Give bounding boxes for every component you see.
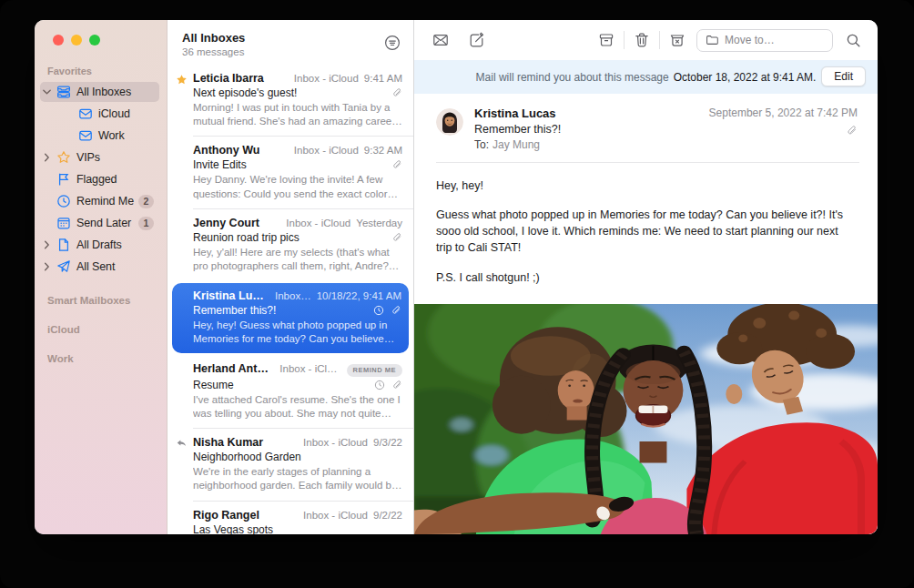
message-count: 36 messages [182, 46, 245, 57]
sidebar-item-label: VIPs [76, 151, 100, 164]
body-paragraph: Hey, hey! [436, 177, 856, 194]
paperclip-icon [391, 380, 402, 390]
message-row[interactable]: Rigo Rangel Inbox - iCloud 9/2/22 Las Ve… [168, 502, 413, 534]
chevron-right-icon[interactable] [44, 240, 55, 249]
sidebar-item-label: All Drafts [76, 238, 122, 251]
message-row[interactable]: Leticia Ibarra Inbox - iCloud 9:41 AM Ne… [168, 65, 413, 137]
trash-icon[interactable] [634, 32, 650, 48]
filter-icon[interactable] [384, 35, 401, 51]
paperclip-icon [391, 159, 402, 170]
paperclip-icon [391, 305, 401, 316]
message-date: September 5, 2022 at 7:42 PM [709, 106, 858, 119]
zoom-button[interactable] [89, 35, 100, 46]
sidebar-section-icloud[interactable]: iCloud [47, 324, 167, 335]
clock-icon [374, 380, 385, 390]
sidebar-item-remind-me[interactable]: Remind Me2 [40, 191, 159, 211]
reply-icon [176, 438, 188, 450]
toolbar-divider [659, 31, 660, 49]
get-mail-icon[interactable] [432, 32, 449, 48]
mailbox-icon [78, 128, 93, 143]
unread-badge: 1 [138, 217, 154, 230]
message-body: Hey, hey!Guess what photo popped up in M… [414, 163, 878, 304]
move-to-field[interactable]: Move to… [696, 29, 833, 52]
desktop-background: Favorites All InboxesiCloudWorkVIPsFlagg… [0, 0, 914, 588]
body-paragraph: Guess what photo popped up in Memories f… [436, 207, 856, 256]
sidebar-section-work[interactable]: Work [47, 353, 167, 364]
mailbox-icon [78, 106, 93, 121]
mailbox-title: All Inboxes [182, 31, 245, 45]
message-row[interactable]: Nisha Kumar Inbox - iCloud 9/3/22 Neighb… [168, 429, 413, 501]
sidebar-item-work[interactable]: Work [62, 126, 159, 146]
sidebar-item-all-drafts[interactable]: All Drafts [40, 235, 159, 255]
junk-icon[interactable] [669, 32, 686, 48]
sidebar-item-flagged[interactable]: Flagged [40, 169, 159, 189]
calendar-icon [56, 216, 71, 230]
chevron-down-icon[interactable] [44, 87, 55, 96]
document-icon [56, 238, 71, 252]
minimize-button[interactable] [71, 35, 82, 46]
sidebar-item-send-later[interactable]: Send Later1 [40, 213, 159, 233]
reminder-banner: Mail will remind you about this message … [414, 60, 878, 94]
move-to-label: Move to… [725, 34, 775, 46]
sidebar-item-all-sent[interactable]: All Sent [40, 257, 159, 277]
sidebar-item-label: Work [98, 129, 125, 142]
reminder-date: October 18, 2022 at 9:41 AM. [674, 71, 817, 84]
reminder-text: Mail will remind you about this message [476, 71, 669, 84]
star-icon [176, 74, 188, 86]
to-label: To: [474, 138, 489, 151]
body-paragraph: P.S. I call shotgun! ;) [436, 269, 856, 286]
tray-icon [56, 85, 71, 99]
sidebar-item-label: Flagged [76, 173, 117, 186]
sidebar-item-label: iCloud [98, 107, 130, 120]
close-button[interactable] [53, 35, 64, 46]
star-icon [56, 150, 71, 165]
unread-badge: 2 [138, 195, 154, 208]
window-controls [35, 33, 167, 46]
message-subject: Remember this?! [474, 123, 709, 136]
message-row[interactable]: Jenny Court Inbox - iCloud Yesterday Reu… [168, 209, 413, 281]
message-header: Kristina Lucas Remember this?! To:Jay Mu… [414, 94, 878, 158]
sidebar-item-all-inboxes[interactable]: All Inboxes [40, 82, 159, 102]
chevron-right-icon[interactable] [44, 262, 55, 271]
recipient-name[interactable]: Jay Mung [493, 138, 540, 151]
photo-three-friends [414, 304, 878, 534]
sidebar-item-label: All Inboxes [76, 86, 131, 98]
attachment-paperclip-icon[interactable] [709, 125, 858, 137]
message-list-header: All Inboxes 36 messages [168, 20, 413, 65]
edit-reminder-button[interactable]: Edit [821, 66, 866, 86]
message-sender[interactable]: Kristina Lucas [474, 106, 709, 120]
remind-me-badge: REMIND ME [347, 364, 402, 377]
paperclip-icon [391, 232, 402, 243]
message-row[interactable]: Herland Antezana Inbox - iCl… REMIND ME … [168, 355, 413, 429]
avatar[interactable] [436, 108, 463, 136]
sidebar-item-vips[interactable]: VIPs [40, 147, 159, 167]
sidebar-item-label: Send Later [76, 217, 131, 229]
paperplane-icon [56, 259, 71, 274]
sidebar-item-icloud[interactable]: iCloud [62, 104, 159, 124]
toolbar: Move to… [414, 20, 878, 60]
photo-attachment[interactable] [414, 304, 878, 534]
sidebar-item-label: All Sent [76, 260, 115, 273]
sidebar-section-smart-mailboxes[interactable]: Smart Mailboxes [47, 295, 167, 306]
sidebar-item-label: Remind Me [76, 195, 134, 208]
sidebar: Favorites All InboxesiCloudWorkVIPsFlagg… [35, 20, 168, 534]
message-row[interactable]: Anthony Wu Inbox - iCloud 9:32 AM Invite… [168, 137, 413, 208]
paperclip-icon [391, 87, 402, 98]
chevron-right-icon[interactable] [44, 153, 55, 162]
archive-icon[interactable] [598, 32, 614, 48]
mailbox-list: All InboxesiCloudWorkVIPsFlaggedRemind M… [35, 82, 167, 277]
message-recipients: To:Jay Mung [474, 138, 709, 151]
toolbar-divider [624, 31, 625, 49]
message-list-pane: All Inboxes 36 messages Leticia Ibarra I… [168, 20, 414, 534]
favorites-section-label: Favorites [47, 66, 167, 76]
mail-window: Favorites All InboxesiCloudWorkVIPsFlagg… [35, 20, 878, 534]
compose-icon[interactable] [469, 32, 485, 48]
folder-icon [706, 34, 718, 46]
sidebar-sections: Smart MailboxesiCloudWork [35, 295, 167, 364]
message-rows: Leticia Ibarra Inbox - iCloud 9:41 AM Ne… [168, 65, 413, 534]
flag-icon [56, 172, 71, 187]
clock-icon [373, 305, 384, 316]
search-icon[interactable] [846, 33, 861, 48]
message-row[interactable]: Kristina Lucas Inbox… 10/18/22, 9:41 AM … [172, 283, 409, 353]
message-view-pane: Move to… Mail will remind you about this… [414, 20, 878, 534]
